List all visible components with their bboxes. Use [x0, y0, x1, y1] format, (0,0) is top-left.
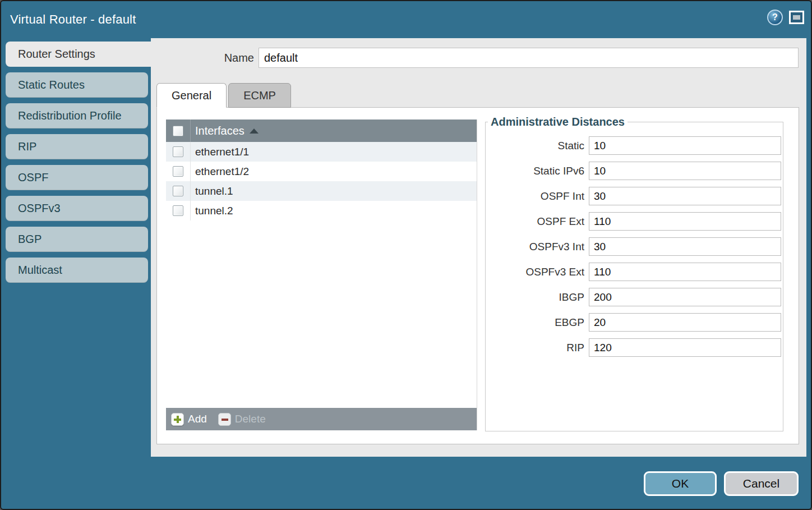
- ospfv3-int-label: OSPFv3 Int: [486, 237, 589, 256]
- add-button-label: Add: [188, 413, 207, 425]
- row-checkbox[interactable]: [173, 205, 183, 216]
- administrative-distances-fieldset: Administrative Distances Static Static I…: [485, 116, 783, 431]
- ospf-ext-label: OSPF Ext: [486, 212, 589, 231]
- static-ipv6-field[interactable]: [589, 162, 781, 180]
- interfaces-header-label: Interfaces: [195, 125, 244, 137]
- sidebar-item-rip[interactable]: RIP: [6, 134, 148, 159]
- table-row[interactable]: tunnel.2: [166, 201, 477, 220]
- row-checkbox[interactable]: [173, 186, 183, 196]
- dialog-title: Virtual Router - default: [1, 12, 136, 27]
- interface-name: ethernet1/2: [191, 166, 249, 178]
- delete-button-label: Delete: [235, 413, 266, 425]
- tab-general[interactable]: General: [156, 83, 227, 108]
- sidebar-item-ospf[interactable]: OSPF: [6, 165, 148, 190]
- delete-button[interactable]: Delete: [218, 413, 266, 426]
- virtual-router-dialog: Virtual Router - default ? Router Settin…: [0, 0, 812, 510]
- table-footer: Add Delete: [166, 408, 477, 430]
- interface-name: ethernet1/1: [191, 146, 249, 158]
- ospf-int-label: OSPF Int: [486, 187, 589, 205]
- ibgp-label: IBGP: [486, 288, 589, 306]
- ebgp-label: EBGP: [486, 313, 589, 332]
- delete-minus-icon: [218, 413, 231, 426]
- sidebar-item-redistribution-profile[interactable]: Redistribution Profile: [6, 103, 148, 128]
- tab-ecmp[interactable]: ECMP: [228, 83, 291, 108]
- table-row[interactable]: tunnel.1: [166, 181, 477, 201]
- administrative-distances-title: Administrative Distances: [488, 116, 628, 128]
- interfaces-table: Interfaces ethernet1/1 ethernet1/2 tunne…: [166, 120, 477, 430]
- general-tab-panel: Interfaces ethernet1/1 ethernet1/2 tunne…: [156, 107, 799, 444]
- name-input[interactable]: [259, 48, 799, 68]
- table-row[interactable]: ethernet1/1: [166, 142, 477, 162]
- ebgp-field[interactable]: [589, 313, 781, 332]
- cancel-button[interactable]: Cancel: [724, 471, 799, 496]
- ospf-int-field[interactable]: [589, 187, 781, 205]
- static-label: Static: [486, 136, 589, 155]
- ibgp-field[interactable]: [589, 288, 781, 306]
- interfaces-column-header[interactable]: Interfaces: [191, 125, 259, 137]
- sidebar-item-multicast[interactable]: Multicast: [6, 258, 148, 283]
- add-plus-icon: [171, 413, 184, 426]
- interfaces-table-header: Interfaces: [166, 120, 477, 142]
- table-empty-area: [166, 220, 477, 408]
- static-field[interactable]: [589, 136, 781, 155]
- select-all-checkbox[interactable]: [173, 126, 183, 136]
- ospf-ext-field[interactable]: [589, 212, 781, 231]
- table-row[interactable]: ethernet1/2: [166, 162, 477, 181]
- sort-ascending-icon: [250, 128, 259, 134]
- name-label: Name: [151, 48, 259, 68]
- rip-label: RIP: [486, 338, 589, 357]
- ok-button[interactable]: OK: [644, 471, 717, 496]
- interface-name: tunnel.1: [191, 185, 233, 197]
- sidebar-item-bgp[interactable]: BGP: [6, 227, 148, 252]
- add-button[interactable]: Add: [171, 413, 207, 426]
- title-bar: Virtual Router - default ?: [1, 1, 811, 38]
- name-row: Name: [151, 48, 799, 68]
- ospfv3-ext-label: OSPFv3 Ext: [486, 263, 589, 281]
- restore-window-icon[interactable]: [789, 11, 804, 24]
- help-icon[interactable]: ?: [767, 10, 783, 25]
- content-area: Name General ECMP Interfaces ethernet1: [151, 38, 806, 457]
- sidebar-item-ospfv3[interactable]: OSPFv3: [6, 196, 148, 221]
- row-checkbox[interactable]: [173, 146, 183, 157]
- sidebar: Router Settings Static Routes Redistribu…: [1, 38, 151, 509]
- sidebar-item-static-routes[interactable]: Static Routes: [6, 72, 148, 98]
- static-ipv6-label: Static IPv6: [486, 162, 589, 180]
- ospfv3-ext-field[interactable]: [589, 263, 781, 281]
- ospfv3-int-field[interactable]: [589, 237, 781, 256]
- rip-field[interactable]: [589, 338, 781, 357]
- interface-name: tunnel.2: [191, 205, 233, 217]
- sidebar-item-router-settings[interactable]: Router Settings: [6, 42, 151, 67]
- row-checkbox[interactable]: [173, 166, 183, 177]
- tab-strip: General ECMP: [156, 83, 291, 108]
